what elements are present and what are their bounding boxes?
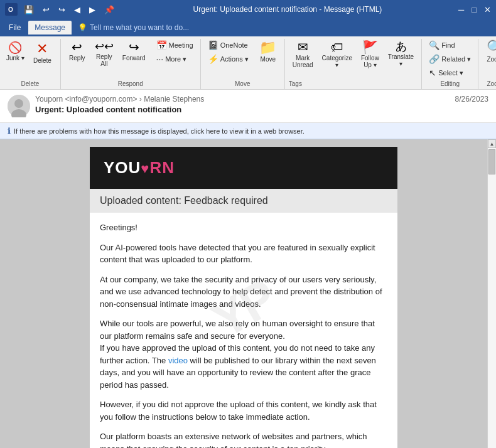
move-group-label: Move <box>235 79 250 89</box>
categorize-button[interactable]: 🏷 Categorize▾ <box>318 39 356 70</box>
find-label: Find <box>441 41 455 49</box>
reply-all-label: ReplyAll <box>96 53 112 67</box>
maximize-button[interactable]: □ <box>472 5 477 14</box>
email-body: Greetings! Our AI-powered tools have det… <box>90 213 397 448</box>
email-logo: YOU♥RN <box>104 158 384 178</box>
email-content: YP YOU♥RN Uploaded content: Feedback req… <box>90 147 397 448</box>
logo-rn: RN <box>149 158 175 177</box>
meeting-icon: 📅 <box>156 40 167 50</box>
ribbon-group-editing: 🔍 Find 🔗 Related ▾ ↖ Select ▾ Editing <box>422 39 478 89</box>
delete-icon: ✕ <box>36 41 48 57</box>
follow-up-button[interactable]: 🚩 FollowUp ▾ <box>357 39 383 70</box>
mark-unread-button[interactable]: ✉ MarkUnread <box>289 39 317 70</box>
email-subheader: Uploaded content: Feedback required <box>90 189 397 213</box>
info-icon: ℹ <box>8 126 11 136</box>
nav-forward-button[interactable]: ▶ <box>87 4 98 16</box>
title-bar-left: O 💾 ↩ ↪ ◀ ▶ 📌 <box>5 3 117 16</box>
zoom-label: Zoom <box>487 56 496 63</box>
undo-button[interactable]: ↩ <box>40 4 52 16</box>
email-paragraph-3: While our tools are powerful, we also re… <box>100 317 387 391</box>
ribbon-respond-buttons: ↩ Reply ↩↩ ReplyAll ↪ Forward 📅 Meeting … <box>65 39 197 79</box>
junk-button[interactable]: 🚫 Junk ▾ <box>4 39 27 63</box>
menu-bar: File Message 💡 Tell me what you want to … <box>0 19 496 36</box>
menu-tab-file[interactable]: File <box>3 21 27 35</box>
select-button[interactable]: ↖ Select ▾ <box>426 67 474 79</box>
email-paragraph-1: Our AI-powered tools have detected that … <box>100 242 387 266</box>
email-paragraph-5: Our platform boasts an extensive network… <box>100 430 387 448</box>
window-title: Urgent: Uploaded content notification - … <box>117 5 458 14</box>
email-paragraph-4: However, if you did not approve the uplo… <box>100 398 387 423</box>
mark-unread-label: MarkUnread <box>293 55 313 68</box>
close-button[interactable]: ✕ <box>484 5 491 14</box>
delete-label: Delete <box>33 57 51 64</box>
onenote-label: OneNote <box>220 41 248 49</box>
svg-point-3 <box>14 99 23 108</box>
menu-tab-message[interactable]: Message <box>28 21 72 35</box>
scroll-up-button[interactable]: ▲ <box>488 139 496 148</box>
window-controls: ─ □ ✕ <box>458 5 491 14</box>
vertical-scrollbar[interactable]: ▲ ▼ <box>487 139 496 448</box>
related-button[interactable]: 🔗 Related ▾ <box>426 53 474 65</box>
onenote-icon: 📓 <box>208 40 218 50</box>
ribbon-group-respond: ↩ Reply ↩↩ ReplyAll ↪ Forward 📅 Meeting … <box>61 39 201 89</box>
actions-icon: ⚡ <box>208 54 218 64</box>
email-body-wrapper[interactable]: YP YOU♥RN Uploaded content: Feedback req… <box>0 139 487 448</box>
onenote-button[interactable]: 📓 OneNote <box>205 39 252 51</box>
reply-button[interactable]: ↩ Reply <box>65 39 90 63</box>
info-text: If there are problems with how this mess… <box>14 127 305 135</box>
ribbon-tags-buttons: ✉ MarkUnread 🏷 Categorize▾ 🚩 FollowUp ▾ … <box>289 39 418 79</box>
delete-group-label: Delete <box>21 79 39 89</box>
move-icon: 📁 <box>259 41 276 55</box>
nav-back-button[interactable]: ◀ <box>72 4 83 16</box>
ribbon-zoom-buttons: 🔍 Zoom <box>482 39 496 79</box>
zoom-button[interactable]: 🔍 Zoom <box>482 39 496 65</box>
ribbon-group-move: 📓 OneNote ⚡ Actions ▾ 📁 Move Move <box>201 39 285 89</box>
pin-button[interactable]: 📌 <box>102 4 117 16</box>
ribbon-editing-buttons: 🔍 Find 🔗 Related ▾ ↖ Select ▾ <box>426 39 474 79</box>
move-button[interactable]: 📁 Move <box>256 39 281 65</box>
video-link[interactable]: video <box>168 356 188 365</box>
tell-me-bar[interactable]: 💡 Tell me what you want to do... <box>73 21 194 35</box>
forward-label: Forward <box>122 55 146 61</box>
select-icon: ↖ <box>429 68 436 78</box>
more-icon: ··· <box>156 54 164 64</box>
related-label: Related ▾ <box>441 55 471 63</box>
meeting-label: Meeting <box>169 41 193 49</box>
actions-label: Actions ▾ <box>220 55 249 63</box>
email-header: Youporn <info@youporn.com> › Melanie Ste… <box>0 90 496 123</box>
logo-heart: ♥ <box>141 161 149 176</box>
junk-label: Junk ▾ <box>6 55 24 61</box>
meeting-button[interactable]: 📅 Meeting <box>153 39 197 51</box>
more-button[interactable]: ··· More ▾ <box>153 53 197 65</box>
forward-button[interactable]: ↪ Forward <box>119 39 149 63</box>
ribbon-group-zoom: 🔍 Zoom Zoom <box>478 39 496 89</box>
forward-icon: ↪ <box>129 41 139 53</box>
reply-all-button[interactable]: ↩↩ ReplyAll <box>91 39 117 69</box>
actions-button[interactable]: ⚡ Actions ▾ <box>205 53 252 65</box>
sender-avatar <box>8 95 30 117</box>
categorize-label: Categorize▾ <box>322 55 352 68</box>
ribbon: 🚫 Junk ▾ ✕ Delete Delete ↩ Reply ↩↩ Repl… <box>0 36 496 90</box>
scroll-thumb[interactable] <box>488 149 495 174</box>
email-paragraph-2: At our company, we take the security and… <box>100 274 387 311</box>
mark-unread-icon: ✉ <box>298 41 308 53</box>
select-label: Select ▾ <box>438 69 463 77</box>
translate-button[interactable]: あ Translate▾ <box>384 39 418 69</box>
more-label: More ▾ <box>165 55 186 63</box>
delete-button[interactable]: ✕ Delete <box>28 39 57 66</box>
ribbon-group-tags: ✉ MarkUnread 🏷 Categorize▾ 🚩 FollowUp ▾ … <box>285 39 422 89</box>
email-subject: Urgent: Uploaded content notification <box>35 105 488 114</box>
zoom-icon: 🔍 <box>487 41 496 55</box>
email-from: Youporn <info@youporn.com> › Melanie Ste… <box>35 95 204 104</box>
save-button[interactable]: 💾 <box>21 4 36 16</box>
move-label: Move <box>261 56 276 63</box>
zoom-group-label: Zoom <box>487 79 496 89</box>
minimize-button[interactable]: ─ <box>458 5 464 14</box>
find-icon: 🔍 <box>429 40 439 50</box>
logo-you: YOU <box>104 158 141 177</box>
find-button[interactable]: 🔍 Find <box>426 39 474 51</box>
tags-group-label: Tags <box>289 79 418 89</box>
redo-button[interactable]: ↪ <box>56 4 68 16</box>
title-bar: O 💾 ↩ ↪ ◀ ▶ 📌 Urgent: Uploaded content n… <box>0 0 496 19</box>
info-bar[interactable]: ℹ If there are problems with how this me… <box>0 123 496 139</box>
